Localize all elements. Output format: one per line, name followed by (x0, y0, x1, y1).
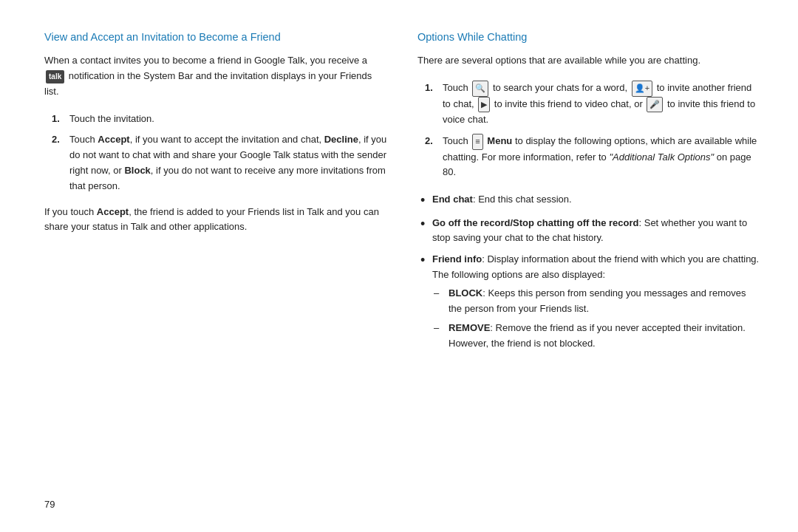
bullet-end-chat: • End chat: End this chat session. (420, 192, 761, 209)
page: View and Accept an Invitation to Become … (0, 0, 798, 532)
left-item-1-text: Touch the invitation. (69, 112, 388, 127)
voice-chat-icon: 🎤 (647, 97, 663, 113)
menu-icon: ≡ (472, 134, 482, 150)
right-numbered-list: 1. Touch 🔍 to search your chats for a wo… (425, 81, 761, 186)
video-chat-icon: ▶ (478, 97, 490, 113)
bullet-go-off-record: • Go off the record/Stop chatting off th… (420, 216, 761, 247)
talk-icon: talk (46, 70, 64, 83)
left-intro: When a contact invites you to become a f… (44, 53, 388, 99)
right-item-1: 1. Touch 🔍 to search your chats for a wo… (425, 81, 761, 128)
page-number: 79 (44, 499, 55, 510)
right-intro: There are several options that are avail… (417, 53, 761, 69)
right-item-2-text: Touch ≡ Menu to display the following op… (443, 134, 761, 180)
sub-bullet-list: – BLOCK: Keeps this person from sending … (434, 286, 761, 352)
left-column: View and Accept an Invitation to Become … (44, 30, 388, 502)
left-extra-text: If you touch Accept, the friend is added… (44, 205, 388, 236)
right-section-title: Options While Chatting (417, 30, 761, 44)
right-bullet-list: • End chat: End this chat session. • Go … (420, 192, 761, 362)
sub-bullet-block: – BLOCK: Keeps this person from sending … (434, 286, 761, 317)
right-item-1-text: Touch 🔍 to search your chats for a word,… (443, 81, 761, 128)
bullet-friend-info: • Friend info: Display information about… (420, 252, 761, 356)
left-item-1: 1. Touch the invitation. (52, 112, 388, 127)
sub-bullet-remove: – REMOVE: Remove the friend as if you ne… (434, 321, 761, 352)
left-section-title: View and Accept an Invitation to Become … (44, 30, 388, 44)
right-column: Options While Chatting There are several… (417, 30, 761, 502)
search-chat-icon: 🔍 (472, 81, 488, 97)
left-item-2-text: Touch Accept, if you want to accept the … (69, 132, 388, 194)
left-numbered-list: 1. Touch the invitation. 2. Touch Accept… (52, 112, 388, 200)
left-item-2: 2. Touch Accept, if you want to accept t… (52, 132, 388, 194)
right-item-2: 2. Touch ≡ Menu to display the following… (425, 134, 761, 180)
invite-friend-icon: 👤+ (632, 81, 652, 97)
